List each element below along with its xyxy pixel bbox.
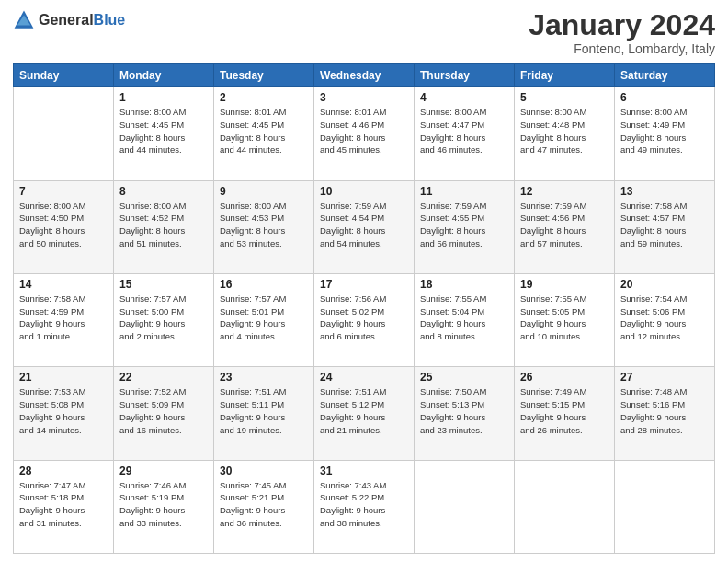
week-row-2: 7Sunrise: 8:00 AMSunset: 4:50 PMDaylight… xyxy=(14,180,715,273)
calendar-cell xyxy=(515,460,615,553)
calendar-cell: 12Sunrise: 7:59 AMSunset: 4:56 PMDayligh… xyxy=(515,180,615,273)
day-number: 2 xyxy=(220,91,308,104)
calendar-cell: 9Sunrise: 8:00 AMSunset: 4:53 PMDaylight… xyxy=(214,180,314,273)
calendar-cell: 31Sunrise: 7:43 AMSunset: 5:22 PMDayligh… xyxy=(314,460,415,553)
day-number: 10 xyxy=(320,185,408,198)
calendar-cell: 27Sunrise: 7:48 AMSunset: 5:16 PMDayligh… xyxy=(615,367,715,460)
day-number: 14 xyxy=(19,278,108,291)
week-row-5: 28Sunrise: 7:47 AMSunset: 5:18 PMDayligh… xyxy=(14,460,715,553)
weekday-header-tuesday: Tuesday xyxy=(214,64,314,87)
day-number: 13 xyxy=(620,185,709,198)
calendar-cell: 19Sunrise: 7:55 AMSunset: 5:05 PMDayligh… xyxy=(515,273,615,366)
day-info: Sunrise: 8:00 AMSunset: 4:53 PMDaylight:… xyxy=(220,200,308,250)
week-row-4: 21Sunrise: 7:53 AMSunset: 5:08 PMDayligh… xyxy=(14,367,715,460)
calendar-body: 1Sunrise: 8:00 AMSunset: 4:45 PMDaylight… xyxy=(14,87,715,554)
weekday-header-thursday: Thursday xyxy=(415,64,515,87)
day-info: Sunrise: 7:54 AMSunset: 5:06 PMDaylight:… xyxy=(620,293,709,343)
day-info: Sunrise: 8:00 AMSunset: 4:45 PMDaylight:… xyxy=(119,106,208,156)
day-number: 31 xyxy=(320,465,408,477)
calendar-cell: 1Sunrise: 8:00 AMSunset: 4:45 PMDaylight… xyxy=(114,87,214,180)
calendar-page: GeneralBlue January 2024 Fonteno, Lombar… xyxy=(0,0,728,563)
day-info: Sunrise: 7:53 AMSunset: 5:08 PMDaylight:… xyxy=(19,385,108,436)
title-block: January 2024 Fonteno, Lombardy, Italy xyxy=(529,9,715,56)
logo: GeneralBlue xyxy=(13,9,125,31)
calendar-cell: 4Sunrise: 8:00 AMSunset: 4:47 PMDaylight… xyxy=(415,87,515,180)
calendar-cell: 28Sunrise: 7:47 AMSunset: 5:18 PMDayligh… xyxy=(14,460,114,553)
day-number: 26 xyxy=(520,371,609,384)
month-title: January 2024 xyxy=(529,9,715,41)
logo-blue: Blue xyxy=(94,12,126,28)
day-number: 28 xyxy=(19,465,108,477)
day-info: Sunrise: 7:59 AMSunset: 4:55 PMDaylight:… xyxy=(420,200,508,250)
day-number: 20 xyxy=(620,278,709,291)
day-info: Sunrise: 7:46 AMSunset: 5:19 PMDaylight:… xyxy=(119,479,208,530)
calendar-cell: 11Sunrise: 7:59 AMSunset: 4:55 PMDayligh… xyxy=(415,180,515,273)
day-info: Sunrise: 7:55 AMSunset: 5:04 PMDaylight:… xyxy=(420,293,508,343)
day-info: Sunrise: 7:50 AMSunset: 5:13 PMDaylight:… xyxy=(420,385,508,436)
calendar-cell: 15Sunrise: 7:57 AMSunset: 5:00 PMDayligh… xyxy=(114,273,214,366)
day-info: Sunrise: 8:00 AMSunset: 4:52 PMDaylight:… xyxy=(119,200,208,250)
calendar-cell: 20Sunrise: 7:54 AMSunset: 5:06 PMDayligh… xyxy=(615,273,715,366)
day-number: 5 xyxy=(520,91,609,104)
day-info: Sunrise: 8:00 AMSunset: 4:50 PMDaylight:… xyxy=(19,200,108,250)
day-number: 1 xyxy=(119,91,208,104)
day-number: 23 xyxy=(220,371,308,384)
day-number: 7 xyxy=(19,185,108,198)
day-info: Sunrise: 7:47 AMSunset: 5:18 PMDaylight:… xyxy=(19,479,108,530)
calendar-cell: 13Sunrise: 7:58 AMSunset: 4:57 PMDayligh… xyxy=(615,180,715,273)
calendar-cell: 29Sunrise: 7:46 AMSunset: 5:19 PMDayligh… xyxy=(114,460,214,553)
day-info: Sunrise: 8:01 AMSunset: 4:46 PMDaylight:… xyxy=(320,106,408,156)
day-info: Sunrise: 8:00 AMSunset: 4:47 PMDaylight:… xyxy=(420,106,508,156)
calendar-cell: 22Sunrise: 7:52 AMSunset: 5:09 PMDayligh… xyxy=(114,367,214,460)
calendar-cell: 21Sunrise: 7:53 AMSunset: 5:08 PMDayligh… xyxy=(14,367,114,460)
day-number: 25 xyxy=(420,371,508,384)
day-number: 22 xyxy=(119,371,208,384)
day-info: Sunrise: 7:51 AMSunset: 5:11 PMDaylight:… xyxy=(220,385,308,436)
day-info: Sunrise: 7:52 AMSunset: 5:09 PMDaylight:… xyxy=(119,385,208,436)
day-number: 19 xyxy=(520,278,609,291)
header: GeneralBlue January 2024 Fonteno, Lombar… xyxy=(13,9,715,56)
day-info: Sunrise: 7:56 AMSunset: 5:02 PMDaylight:… xyxy=(320,293,408,343)
day-number: 21 xyxy=(19,371,108,384)
calendar-cell: 3Sunrise: 8:01 AMSunset: 4:46 PMDaylight… xyxy=(314,87,415,180)
week-row-1: 1Sunrise: 8:00 AMSunset: 4:45 PMDaylight… xyxy=(14,87,715,180)
day-number: 12 xyxy=(520,185,609,198)
day-info: Sunrise: 7:58 AMSunset: 4:57 PMDaylight:… xyxy=(620,200,709,250)
calendar-cell: 8Sunrise: 8:00 AMSunset: 4:52 PMDaylight… xyxy=(114,180,214,273)
weekday-header-wednesday: Wednesday xyxy=(314,64,415,87)
day-number: 18 xyxy=(420,278,508,291)
logo-general: General xyxy=(39,12,94,28)
calendar-cell: 17Sunrise: 7:56 AMSunset: 5:02 PMDayligh… xyxy=(314,273,415,366)
day-number: 3 xyxy=(320,91,408,104)
week-row-3: 14Sunrise: 7:58 AMSunset: 4:59 PMDayligh… xyxy=(14,273,715,366)
day-info: Sunrise: 7:51 AMSunset: 5:12 PMDaylight:… xyxy=(320,385,408,436)
calendar-cell: 2Sunrise: 8:01 AMSunset: 4:45 PMDaylight… xyxy=(214,87,314,180)
day-info: Sunrise: 7:57 AMSunset: 5:00 PMDaylight:… xyxy=(119,293,208,343)
day-number: 8 xyxy=(119,185,208,198)
day-info: Sunrise: 7:57 AMSunset: 5:01 PMDaylight:… xyxy=(220,293,308,343)
day-number: 11 xyxy=(420,185,508,198)
calendar-cell xyxy=(615,460,715,553)
day-info: Sunrise: 8:01 AMSunset: 4:45 PMDaylight:… xyxy=(220,106,308,156)
calendar-cell: 30Sunrise: 7:45 AMSunset: 5:21 PMDayligh… xyxy=(214,460,314,553)
calendar-cell xyxy=(415,460,515,553)
day-number: 6 xyxy=(620,91,709,104)
day-number: 16 xyxy=(220,278,308,291)
day-info: Sunrise: 8:00 AMSunset: 4:48 PMDaylight:… xyxy=(520,106,609,156)
calendar-header: SundayMondayTuesdayWednesdayThursdayFrid… xyxy=(14,64,715,87)
weekday-header-friday: Friday xyxy=(515,64,615,87)
calendar-cell: 23Sunrise: 7:51 AMSunset: 5:11 PMDayligh… xyxy=(214,367,314,460)
calendar-cell xyxy=(14,87,114,180)
calendar-cell: 6Sunrise: 8:00 AMSunset: 4:49 PMDaylight… xyxy=(615,87,715,180)
calendar-cell: 24Sunrise: 7:51 AMSunset: 5:12 PMDayligh… xyxy=(314,367,415,460)
calendar-cell: 26Sunrise: 7:49 AMSunset: 5:15 PMDayligh… xyxy=(515,367,615,460)
day-number: 27 xyxy=(620,371,709,384)
day-number: 30 xyxy=(220,465,308,477)
day-number: 9 xyxy=(220,185,308,198)
day-info: Sunrise: 8:00 AMSunset: 4:49 PMDaylight:… xyxy=(620,106,709,156)
weekday-header-sunday: Sunday xyxy=(14,64,114,87)
weekday-header-monday: Monday xyxy=(114,64,214,87)
day-number: 17 xyxy=(320,278,408,291)
weekday-row: SundayMondayTuesdayWednesdayThursdayFrid… xyxy=(14,64,715,87)
calendar-cell: 14Sunrise: 7:58 AMSunset: 4:59 PMDayligh… xyxy=(14,273,114,366)
